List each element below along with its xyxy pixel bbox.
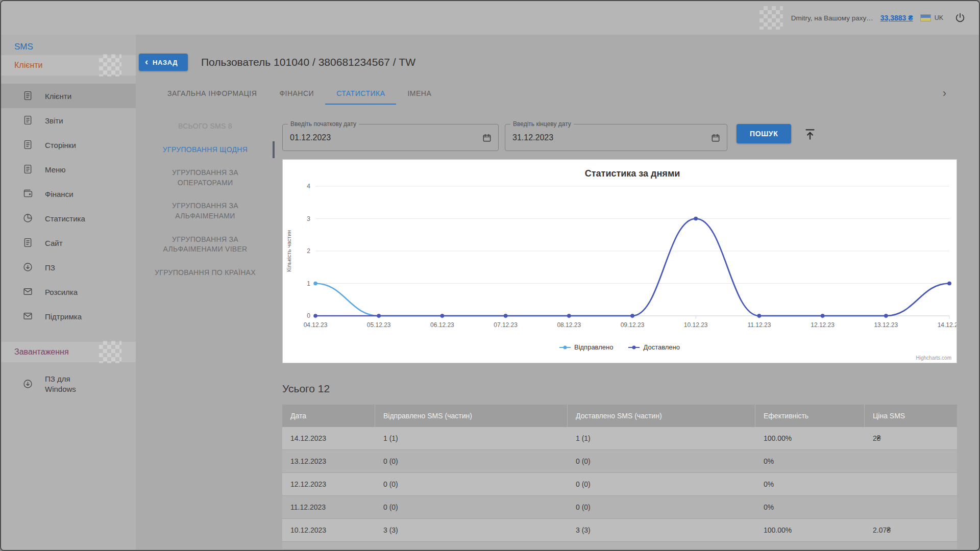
svg-text:08.12.23: 08.12.23 [557, 321, 581, 329]
end-date-input[interactable] [512, 133, 710, 142]
sidebar-item-label: ПЗ для Windows [45, 374, 94, 395]
start-date-input[interactable] [290, 133, 482, 142]
sidebar-item-site[interactable]: Сайт [1, 231, 136, 255]
table-cell: 0% [755, 496, 865, 518]
chevron-left-icon: ‹ [145, 57, 149, 66]
table-cell: 2₴ [865, 427, 957, 449]
table-column-header: Ефективність [755, 405, 865, 427]
daily-statistics-table: ДатаВідправлено SMS (частин)Доставлено S… [282, 405, 957, 549]
sidebar-item-label: Сторінки [45, 141, 76, 149]
document-icon [22, 164, 34, 175]
sidebar-item-label: ПЗ [45, 263, 55, 272]
tab-general[interactable]: ЗАГАЛЬНА ІНФОРМАЦІЯ [156, 82, 268, 105]
table-column-header: Дата [282, 405, 375, 427]
table-row: 10.12.20233 (3)3 (3)100.00%2.07₴ [282, 519, 957, 542]
tabs-scroll-right-icon[interactable]: › [943, 87, 946, 100]
sidebar-menu: КлієнтиЗвітиСторінкиМенюФінансиСтатистик… [1, 84, 136, 329]
svg-text:4: 4 [307, 183, 310, 190]
table-cell [865, 496, 957, 518]
sidebar-section-sms[interactable]: SMS [1, 35, 136, 55]
table-cell [865, 450, 957, 472]
document-icon [22, 115, 34, 126]
date-filters: Введіть початкову дату Введіть кінцеву д… [282, 124, 957, 151]
ukraine-flag-icon [920, 14, 931, 21]
table-cell: 11.12.2023 [282, 496, 375, 518]
tab-names[interactable]: ІМЕНА [396, 82, 443, 105]
subnav-item-countries[interactable]: УГРУПОВАННЯ ПО КРАЇНАХ [136, 261, 275, 285]
subnav-item-operators[interactable]: УГРУПОВАННЯ ЗА ОПЕРАТОРАМИ [136, 161, 275, 194]
sidebar-item-label: Розсилка [45, 288, 78, 296]
sidebar-item-label: Клієнти [45, 92, 71, 101]
table-cell [865, 473, 957, 495]
svg-text:0: 0 [307, 312, 310, 319]
sidebar-item-finance[interactable]: Фінанси [1, 182, 136, 206]
envelope-icon [22, 286, 34, 297]
table-cell: 0 (0) [375, 473, 568, 495]
sidebar-downloads-menu: ПЗ для Windows [1, 367, 136, 401]
subnav-item-alphanames[interactable]: УГРУПОВАННЯ ЗА АЛЬФАІМЕНАМИ [136, 194, 275, 228]
tab-statistics[interactable]: СТАТИСТИКА [325, 82, 396, 105]
sidebar-section-downloads[interactable]: Завантаження [1, 342, 136, 362]
statistics-subnav: ВСЬОГО SMS 8УГРУПОВАННЯ ЩОДНЯУГРУПОВАННЯ… [136, 108, 275, 549]
svg-text:11.12.23: 11.12.23 [747, 321, 771, 329]
svg-text:1: 1 [307, 280, 310, 287]
tab-finance[interactable]: ФІНАНСИ [268, 82, 325, 105]
content-row: ВСЬОГО SMS 8УГРУПОВАННЯ ЩОДНЯУГРУПОВАННЯ… [136, 108, 979, 549]
table-cell: 0 (0) [568, 473, 755, 495]
sidebar-item-statistics[interactable]: Статистика [1, 206, 136, 231]
table-cell: 13.12.2023 [282, 450, 375, 472]
calendar-icon[interactable] [710, 133, 721, 143]
table-cell: 10.12.2023 [282, 519, 375, 541]
sidebar-item-label: Підтримка [45, 312, 82, 321]
export-button[interactable] [803, 128, 817, 141]
sidebar-section-clients-label: Клієнти [14, 61, 42, 70]
language-switcher[interactable]: UK [920, 14, 943, 21]
svg-text:12.12.23: 12.12.23 [811, 321, 835, 329]
envelope-icon [22, 311, 34, 322]
sidebar-item-label: Фінанси [45, 190, 74, 198]
sidebar-item-menu[interactable]: Меню [1, 157, 136, 182]
legend-item-Відправлено[interactable]: Відправлено [559, 343, 613, 351]
back-button-label: НАЗАД [153, 59, 178, 66]
sidebar-section-clients[interactable]: Клієнти [1, 55, 136, 76]
search-button[interactable]: ПОШУК [737, 124, 791, 143]
page-title: Пользователь 101040 / 380681234567 / TW [201, 56, 415, 68]
sidebar-item-pages[interactable]: Сторінки [1, 133, 136, 157]
table-header-row: ДатаВідправлено SMS (частин)Доставлено S… [282, 405, 957, 427]
checker-decoration [99, 341, 121, 363]
svg-text:2: 2 [307, 247, 310, 255]
start-date-field[interactable]: Введіть початкову дату [282, 124, 499, 151]
subnav-item-alphanames-viber[interactable]: УГРУПОВАННЯ ЗА АЛЬФАІМЕНАМИ VIBER [136, 228, 275, 261]
sidebar-item-label: Меню [45, 165, 66, 174]
calendar-icon[interactable] [482, 133, 492, 143]
daily-statistics-chart: Статистика за днями0123404.12.2305.12.23… [282, 159, 957, 363]
table-cell: 3 (3) [375, 519, 568, 541]
sidebar-item-mailing[interactable]: Розсилка [1, 280, 136, 304]
table-row: 14.12.20231 (1)1 (1)100.00%2₴ [282, 427, 957, 450]
sidebar-item-reports[interactable]: Звіти [1, 108, 136, 133]
subnav-item-daily[interactable]: УГРУПОВАННЯ ЩОДНЯ [136, 138, 275, 162]
topbar: Dmitry, на Вашому раху… 33,3883 ₴ UK [1, 1, 979, 35]
end-date-label: Введіть кінцеву дату [510, 120, 574, 128]
tabs: ЗАГАЛЬНА ІНФОРМАЦІЯФІНАНСИСТАТИСТИКАІМЕН… [156, 82, 443, 105]
end-date-field[interactable]: Введіть кінцеву дату [505, 124, 727, 151]
sidebar-item-label: Звіти [45, 116, 63, 125]
balance-link[interactable]: 33,3883 ₴ [880, 14, 913, 22]
svg-text:06.12.23: 06.12.23 [430, 321, 454, 329]
sidebar-item-support[interactable]: Підтримка [1, 304, 136, 329]
svg-text:07.12.23: 07.12.23 [494, 321, 518, 329]
legend-item-Доставлено[interactable]: Доставлено [628, 343, 680, 351]
table-row: 13.12.20230 (0)0 (0)0% [282, 450, 957, 473]
logout-button[interactable] [954, 12, 966, 23]
download-icon [22, 379, 34, 390]
back-button[interactable]: ‹ НАЗАД [139, 54, 188, 71]
sidebar-item-software-windows[interactable]: ПЗ для Windows [1, 367, 136, 401]
table-cell: 0 (0) [375, 496, 568, 518]
table-cell: 1 (1) [568, 427, 755, 449]
document-icon [22, 237, 34, 248]
svg-text:10.12.23: 10.12.23 [684, 321, 708, 329]
sidebar-item-clients[interactable]: Клієнти [1, 84, 136, 108]
sidebar-item-software[interactable]: ПЗ [1, 255, 136, 280]
legend-marker-icon [628, 345, 640, 350]
table-row: 11.12.20230 (0)0 (0)0% [282, 496, 957, 519]
